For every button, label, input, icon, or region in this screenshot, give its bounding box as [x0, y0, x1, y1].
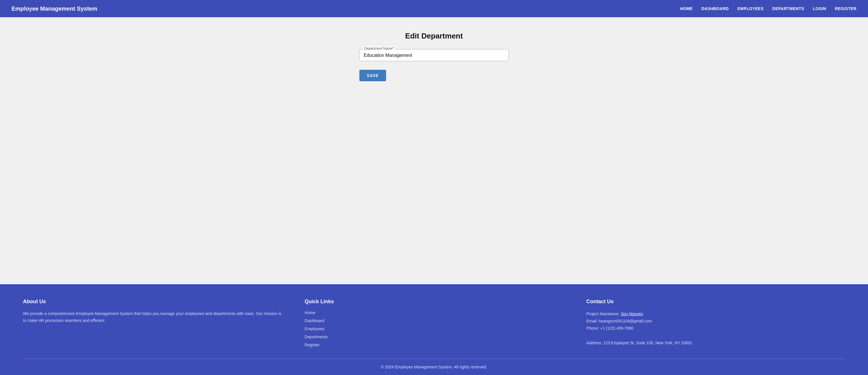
- footer-link-employees[interactable]: Employees: [305, 326, 563, 331]
- footer-about: About Us We provide a comprehensive Empl…: [23, 299, 282, 347]
- nav-dashboard[interactable]: DASHBOARD: [701, 6, 729, 11]
- footer-columns: About Us We provide a comprehensive Empl…: [23, 299, 845, 347]
- footer-about-title: About Us: [23, 299, 282, 305]
- footer-phone-line: Phone: +1 (123) 456-7890: [586, 325, 845, 332]
- edit-department-form: Department Name* SAVE: [360, 49, 508, 81]
- footer-link-departments[interactable]: Departments: [305, 335, 563, 339]
- footer-maintainer-link[interactable]: Son Nguyen: [621, 312, 643, 316]
- department-name-input[interactable]: [364, 52, 504, 58]
- page-title: Edit Department: [405, 32, 463, 40]
- nav-register[interactable]: REGISTER: [835, 6, 857, 11]
- save-button[interactable]: SAVE: [360, 70, 386, 81]
- nav-employees[interactable]: EMPLOYEES: [737, 6, 764, 11]
- footer-quick-links-title: Quick Links: [305, 299, 563, 305]
- footer-link-home[interactable]: Home: [305, 310, 563, 315]
- footer-contact-title: Contact Us: [586, 299, 845, 305]
- footer-quick-links: Quick Links Home Dashboard Employees Dep…: [305, 299, 563, 347]
- site-footer: About Us We provide a comprehensive Empl…: [0, 284, 868, 375]
- footer-maintainer-label: Project Maintainer:: [586, 312, 621, 316]
- nav-login[interactable]: LOGIN: [813, 6, 826, 11]
- footer-about-text: We provide a comprehensive Employee Mana…: [23, 310, 282, 324]
- department-name-field-wrapper: Department Name*: [360, 49, 508, 61]
- footer-address-line: Address: 123 Employee St, Suite 100, New…: [586, 339, 845, 347]
- footer-maintainer-line: Project Maintainer: Son Nguyen: [586, 310, 845, 318]
- main-nav: HOME DASHBOARD EMPLOYEES DEPARTMENTS LOG…: [680, 6, 857, 11]
- nav-home[interactable]: HOME: [680, 6, 693, 11]
- required-indicator: *: [392, 46, 394, 51]
- footer-email-line: Email: hoangson091104@gmail.com: [586, 318, 845, 325]
- footer-link-dashboard[interactable]: Dashboard: [305, 318, 563, 323]
- footer-contact: Contact Us Project Maintainer: Son Nguye…: [586, 299, 845, 347]
- main-content: Edit Department Department Name* SAVE: [0, 17, 868, 284]
- department-name-label: Department Name*: [363, 46, 395, 51]
- footer-links-list: Home Dashboard Employees Departments Reg…: [305, 310, 563, 347]
- footer-link-register[interactable]: Register: [305, 343, 563, 347]
- footer-divider: [23, 358, 845, 359]
- site-header: Employee Management System HOME DASHBOAR…: [0, 0, 868, 17]
- brand-title: Employee Management System: [11, 5, 97, 12]
- footer-copyright: © 2024 Employee Management System. All r…: [23, 365, 845, 369]
- footer-contact-details: Project Maintainer: Son Nguyen Email: ho…: [586, 310, 845, 347]
- nav-departments[interactable]: DEPARTMENTS: [772, 6, 804, 11]
